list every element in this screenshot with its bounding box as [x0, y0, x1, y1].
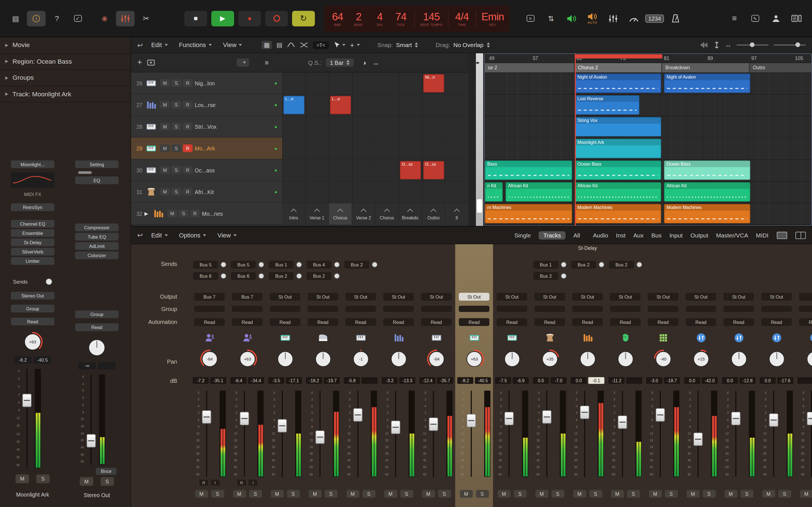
automation-button[interactable]: Read — [459, 318, 489, 326]
arrangement-marker[interactable]: Chorus — [329, 203, 352, 224]
channel-fader[interactable]: 63036912182430405060 — [647, 390, 680, 478]
pan-knob[interactable] — [758, 349, 795, 369]
solo-button[interactable]: S — [741, 490, 753, 498]
channel-fader[interactable]: 63036912182430405060 — [496, 390, 529, 478]
send-slot[interactable]: Bus 5 — [229, 261, 266, 269]
automation-button[interactable]: Read — [686, 318, 716, 326]
pan-knob[interactable]: -1 — [342, 349, 379, 369]
solo-button[interactable]: S — [171, 79, 181, 87]
fader-cap[interactable] — [429, 417, 438, 431]
record2-button[interactable] — [265, 11, 288, 26]
send-knob[interactable] — [372, 262, 377, 267]
strength-icon[interactable]: ◑ — [362, 59, 366, 66]
sliders-button[interactable] — [604, 11, 622, 26]
fader-cap[interactable] — [504, 412, 514, 425]
fader-track[interactable] — [579, 390, 590, 478]
region[interactable]: Ocean Bass — [575, 160, 661, 180]
slider-handle[interactable] — [796, 43, 801, 47]
solo-button[interactable]: S — [171, 122, 181, 130]
channel-fader[interactable]: 63036912182430405060 — [799, 390, 812, 478]
output-button[interactable]: St Out — [610, 293, 641, 301]
send-slot[interactable]: Bus 4 — [304, 261, 342, 269]
send-slot[interactable]: Bus 2 — [531, 272, 569, 280]
list-button[interactable]: ≡ — [725, 11, 744, 26]
bounce-button[interactable]: Bnce — [96, 467, 116, 475]
pan-knob[interactable]: -64 — [417, 349, 455, 369]
record-enable-button[interactable]: R — [237, 480, 246, 486]
solo-button[interactable]: S — [171, 188, 181, 196]
channel-strip[interactable]: Bus 1Bus 2St OutRead-3.5-17.163036912182… — [266, 244, 304, 507]
fader-cap[interactable] — [731, 412, 741, 425]
fader-track[interactable] — [276, 390, 288, 478]
back-arrow-icon[interactable]: ↩ — [137, 41, 143, 49]
fader-track[interactable] — [21, 368, 33, 469]
pan-knob[interactable]: -64 — [191, 349, 229, 369]
send-destination[interactable]: Bus 2 — [571, 261, 596, 269]
fader-track[interactable] — [465, 390, 477, 478]
record-button[interactable]: R — [183, 122, 193, 130]
fader-cap[interactable] — [580, 406, 589, 419]
mute-button[interactable]: M — [724, 490, 737, 498]
channel-fader[interactable]: 63036912182430405060 — [345, 390, 378, 478]
quantize-select[interactable]: 1 Bar — [326, 59, 354, 67]
speaker-button[interactable] — [562, 11, 581, 26]
list-view-icon[interactable]: ▤ — [276, 41, 282, 49]
channel-fader[interactable]: 63036912182430405060 — [572, 390, 605, 478]
input-monitor-button[interactable]: I — [211, 480, 220, 486]
crosshair-tool-icon[interactable]: + — [350, 41, 360, 49]
menu-options[interactable]: Options — [179, 231, 206, 239]
fader-cap[interactable] — [353, 408, 363, 421]
disclosure-triangle-icon[interactable]: ▶ — [5, 75, 8, 80]
plugin-slot[interactable]: Tube EQ — [75, 233, 118, 241]
region[interactable]: Ocean Bass — [664, 160, 750, 180]
group-slot[interactable] — [723, 306, 754, 312]
solo-button[interactable]: S — [778, 490, 791, 498]
fader-track[interactable] — [768, 390, 779, 478]
mute-button[interactable]: M — [497, 490, 510, 498]
play-icon[interactable]: ▶ — [144, 211, 149, 216]
solo-button[interactable]: S — [171, 166, 181, 174]
play-button[interactable]: ▶ — [211, 11, 234, 26]
fader-cap[interactable] — [467, 414, 476, 427]
fader-cap[interactable] — [542, 410, 552, 424]
crossfade-icon[interactable] — [300, 42, 308, 48]
send-knob[interactable] — [259, 273, 264, 279]
single-pane-icon[interactable] — [777, 231, 787, 239]
output-button[interactable]: Stereo Out — [11, 292, 54, 300]
track-header[interactable]: 26MSRNig...lon● — [131, 72, 282, 94]
pan-knob[interactable] — [493, 349, 531, 369]
pan-knob[interactable] — [569, 349, 606, 369]
fader-cap[interactable] — [693, 433, 703, 446]
fader-cap[interactable] — [87, 434, 96, 448]
region[interactable]: Night of Avalon — [575, 73, 661, 93]
midi-region[interactable]: O...ss — [400, 161, 421, 179]
arrangement-marker[interactable]: Chorus — [375, 203, 399, 224]
solo-button[interactable]: S — [171, 101, 181, 109]
group-slot[interactable] — [572, 306, 603, 312]
automation-button[interactable]: Read — [497, 318, 527, 326]
output-button[interactable]: St — [799, 293, 812, 301]
cycle-region[interactable] — [575, 54, 662, 59]
plugin-slot[interactable]: AdLimit — [75, 242, 118, 250]
group-slot[interactable] — [799, 306, 812, 312]
send-slot[interactable]: Bus 6 — [191, 272, 229, 280]
left-right-arrows-icon[interactable]: ◀▶ — [475, 61, 479, 64]
mute-button[interactable]: M — [160, 144, 170, 152]
channel-strip[interactable]: St OutRead-40-3.0-18.7630369121824304050… — [644, 244, 682, 507]
group-slot[interactable] — [686, 306, 716, 312]
channel-strip[interactable]: St OutRead+150.0-42.06303691218243040506… — [682, 244, 720, 507]
send-knob[interactable] — [220, 273, 226, 279]
solo-button[interactable]: S — [179, 210, 189, 217]
pan-knob[interactable]: -40 — [644, 349, 682, 369]
channel-fader[interactable]: 63036912182430405060 — [723, 390, 756, 478]
automation-button[interactable]: Read — [11, 318, 54, 326]
xbox-button[interactable]: × — [521, 11, 540, 26]
send-destination[interactable]: Bus 2 — [306, 272, 331, 280]
track-header[interactable]: 27MSRLos...rse● — [131, 94, 282, 116]
send-slot[interactable]: Bus 1 — [266, 261, 304, 269]
arrangement-marker[interactable]: Intro — [282, 203, 306, 224]
pan-knob[interactable] — [795, 349, 812, 369]
plugin-slot[interactable]: St-Delay — [11, 238, 54, 246]
send-slot[interactable]: Bus 2 — [606, 261, 644, 269]
fader-track[interactable] — [352, 390, 363, 478]
